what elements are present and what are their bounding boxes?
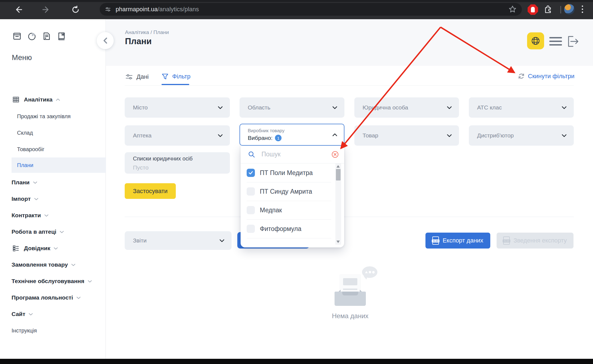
- xlsx-file-icon: XLSX: [432, 236, 439, 245]
- section-divider: [125, 217, 574, 217]
- language-button[interactable]: [527, 32, 544, 49]
- reload-button[interactable]: [69, 3, 82, 16]
- star-icon: [508, 4, 517, 14]
- filter-city[interactable]: Місто: [125, 97, 230, 118]
- chevron-up-icon: [56, 98, 60, 101]
- chevron-down-icon: [33, 181, 37, 184]
- logout-icon: [566, 35, 580, 47]
- sidebar-item-analytics[interactable]: Аналітика: [0, 91, 105, 108]
- sidebar-item-label: Товарообіг: [17, 146, 44, 153]
- filter-legal-lists[interactable]: Списки юридичних осіб Пусто: [125, 152, 230, 174]
- sidebar-item-label: Сайт: [12, 311, 25, 317]
- dropdown-option[interactable]: ПТ Синду Амрита: [247, 182, 331, 201]
- sidebar-item-label: Продажі та закупівля: [17, 113, 71, 120]
- breadcrumb[interactable]: Аналітика / Плани: [125, 29, 169, 35]
- page-title: Плани: [125, 36, 152, 46]
- funnel-icon: [162, 73, 169, 80]
- screen: pharmapoint.ua/analytics/plans: [0, 0, 593, 364]
- sidebar-item-warehouse[interactable]: Склад: [0, 125, 123, 141]
- sidebar: Меню Аналітика Продажі та закупівля Скла…: [0, 19, 106, 359]
- forward-button[interactable]: [40, 3, 52, 16]
- filter-label: Виробник товару: [248, 128, 332, 134]
- sidebar-item-goods-order[interactable]: Замовлення товару: [0, 256, 117, 273]
- clear-circle-icon[interactable]: [332, 151, 339, 158]
- dropdown-search-row: [241, 145, 344, 163]
- sidebar-item-label: Імпорт: [12, 196, 31, 202]
- sidebar-item-plans-active[interactable]: Плани: [12, 157, 116, 173]
- dropdown-scrollbar[interactable]: [335, 163, 341, 245]
- adblock-icon: [531, 7, 535, 12]
- sidebar-item-label: Програма лояльності: [12, 294, 73, 301]
- checkbox-unchecked[interactable]: [247, 225, 255, 233]
- filter-distributor[interactable]: Дистриб'ютор: [469, 125, 574, 146]
- dropdown-option[interactable]: ПТ Поли Медитра: [247, 163, 331, 182]
- tab-label: Фільтр: [172, 73, 191, 80]
- chevron-down-icon: [562, 106, 567, 109]
- filter-atc-class[interactable]: АТС клас: [469, 97, 574, 118]
- filter-label: Юридична особа: [363, 104, 447, 111]
- sidebar-item-contracts[interactable]: Контракти: [0, 207, 117, 224]
- sidebar-item-sales-purchases[interactable]: Продажі та закупівля: [0, 108, 123, 125]
- chevron-down-icon: [447, 134, 452, 137]
- tab-filter[interactable]: Фільтр: [162, 73, 191, 80]
- app-menu-button[interactable]: [549, 37, 562, 46]
- sidebar-item-turnover[interactable]: Товарообіг: [0, 141, 123, 157]
- extensions-button[interactable]: [542, 4, 554, 16]
- dropdown-option[interactable]: Фитоформула: [247, 219, 331, 238]
- checkbox-unchecked[interactable]: [247, 187, 255, 196]
- sidebar-collapse-button[interactable]: [97, 32, 114, 49]
- back-button[interactable]: [12, 3, 25, 16]
- chevron-down-icon: [71, 264, 75, 266]
- apply-button[interactable]: Застосувати: [125, 183, 176, 199]
- logout-button[interactable]: [566, 35, 580, 47]
- search-input[interactable]: [261, 150, 329, 158]
- sidebar-item-label: Склад: [17, 130, 33, 136]
- book-icon[interactable]: [57, 32, 66, 41]
- checkbox-unchecked[interactable]: [247, 206, 255, 214]
- tab-data[interactable]: Дані: [125, 73, 149, 81]
- chevron-left-icon: [103, 37, 107, 44]
- export-data-button[interactable]: XLSX Експорт даних: [425, 233, 490, 249]
- bookmark-star-button[interactable]: [508, 4, 517, 14]
- empty-state-text: Нема даних: [327, 312, 374, 320]
- sidebar-item-plans-section[interactable]: Плани: [0, 174, 117, 191]
- url-host: pharmapoint.ua: [116, 6, 158, 13]
- filter-legal-entity[interactable]: Юридична особа: [354, 97, 459, 118]
- adblock-extension-button[interactable]: [528, 4, 538, 15]
- scroll-up-arrow[interactable]: [336, 165, 340, 168]
- chrome-separator: [560, 6, 561, 13]
- selected-prefix: Вибрано:: [248, 135, 272, 141]
- reports-select[interactable]: Звіти: [125, 231, 232, 250]
- archive-icon[interactable]: [12, 32, 22, 41]
- url-bar[interactable]: pharmapoint.ua/analytics/plans: [100, 3, 522, 16]
- sidebar-item-maintenance[interactable]: Технічне обслуговування: [0, 273, 117, 289]
- filter-product[interactable]: Товар: [354, 125, 459, 146]
- sidebar-item-site[interactable]: Сайт: [0, 306, 117, 322]
- chevron-down-icon: [60, 231, 64, 233]
- inbox-empty-icon: [335, 292, 366, 306]
- document-icon[interactable]: [42, 32, 51, 41]
- pie-chart-icon[interactable]: [27, 32, 37, 41]
- reset-filters-button[interactable]: Скинути фільтри: [517, 72, 575, 80]
- chevron-down-icon: [44, 214, 48, 217]
- sidebar-item-import[interactable]: Імпорт: [0, 191, 117, 207]
- dropdown-option[interactable]: Медпак: [247, 201, 331, 220]
- reload-icon: [71, 5, 80, 14]
- filter-region[interactable]: Область: [240, 97, 344, 118]
- scrollbar-thumb[interactable]: [336, 169, 341, 180]
- sidebar-item-directory[interactable]: Довідник: [0, 240, 105, 256]
- filter-manufacturer-open[interactable]: Виробник товару Вибрано:1: [240, 124, 344, 146]
- scroll-down-arrow[interactable]: [336, 241, 340, 243]
- filter-pharmacy[interactable]: Аптека: [125, 125, 230, 146]
- sidebar-item-instruction[interactable]: Інструкція: [0, 322, 117, 339]
- browser-chrome: pharmapoint.ua/analytics/plans: [0, 0, 593, 19]
- checkbox-checked[interactable]: [247, 169, 255, 177]
- menu-title: Меню: [12, 53, 32, 62]
- profile-avatar[interactable]: [564, 4, 575, 15]
- chrome-menu-button[interactable]: [582, 5, 583, 13]
- sidebar-item-loyalty-program[interactable]: Програма лояльності: [0, 289, 117, 306]
- site-info-icon[interactable]: [105, 6, 111, 13]
- option-label: ПТ Синду Амрита: [260, 188, 312, 195]
- sidebar-item-pharmacy-work[interactable]: Робота в аптеці: [0, 224, 117, 240]
- filter-label: Дистриб'ютор: [477, 132, 562, 139]
